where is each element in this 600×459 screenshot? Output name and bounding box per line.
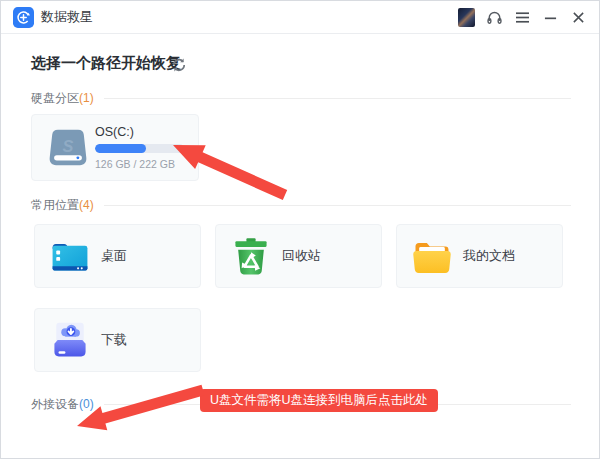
desktop-folder-icon [48,235,92,279]
drive-usage-fill [95,144,146,153]
refresh-icon[interactable] [171,57,187,73]
close-icon[interactable] [569,8,587,27]
location-label: 我的文档 [463,225,515,287]
titlebar: 数据救星 [1,1,599,34]
user-avatar[interactable] [457,8,475,27]
usb-hint-tooltip: U盘文件需将U盘连接到电脑后点击此处 [200,389,438,412]
hard-drive-icon: S [45,124,91,172]
location-label: 桌面 [101,225,127,287]
app-window: 数据救星 [0,0,600,459]
partition-card-os-c[interactable]: S OS(C:) 126 GB / 222 GB [31,114,199,181]
documents-folder-icon [410,235,454,279]
location-label: 下载 [101,309,127,371]
recycle-bin-icon [229,235,273,279]
page-title: 选择一个路径开始恢复 [31,54,181,73]
location-card-download[interactable]: 下载 [34,308,201,372]
drive-usage-text: 126 GB / 222 GB [95,158,175,170]
minimize-icon[interactable] [541,8,559,27]
location-card-desktop[interactable]: 桌面 [34,224,201,288]
section-label: 硬盘分区 [31,90,79,107]
app-title: 数据救星 [41,1,93,33]
section-common-locations: 常用位置(4) [31,198,571,212]
location-card-my-documents[interactable]: 我的文档 [396,224,563,288]
section-hard-disk-partitions: 硬盘分区(1) [31,91,571,105]
support-headset-icon[interactable] [485,8,503,27]
section-label: 外接设备 [31,396,79,413]
location-card-recycle-bin[interactable]: 回收站 [215,224,382,288]
main-menu-icon[interactable] [513,8,531,27]
section-count: (0) [79,397,94,411]
svg-text:S: S [63,137,74,155]
section-label: 常用位置 [31,197,79,214]
section-divider [104,98,571,99]
section-divider [104,205,571,206]
drive-name: OS(C:) [95,125,134,139]
app-logo-icon [13,7,34,28]
section-count: (4) [79,198,94,212]
section-count: (1) [79,91,94,105]
location-label: 回收站 [282,225,321,287]
drive-usage-bar [95,144,184,153]
download-folder-icon [48,319,92,363]
